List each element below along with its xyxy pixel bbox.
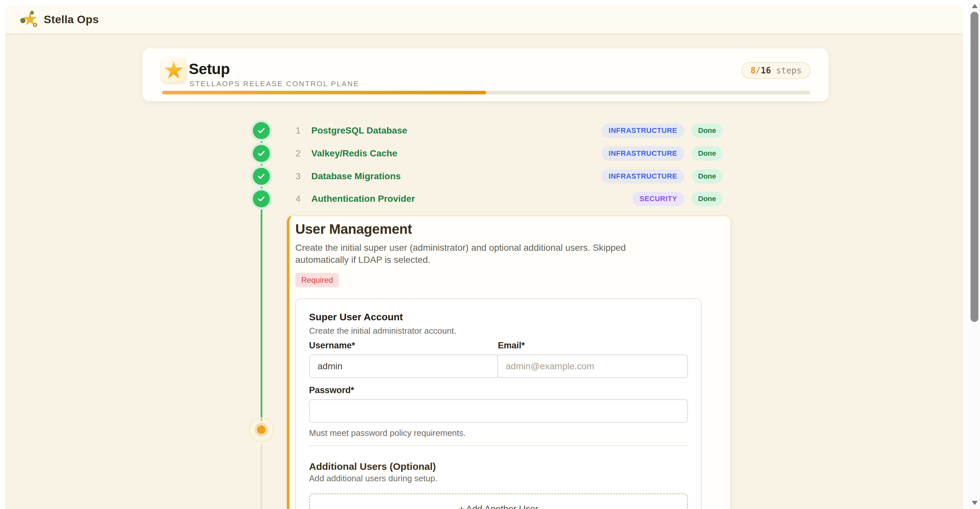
section-title: User Management <box>295 221 718 237</box>
step-row-postgresql[interactable]: 1 PostgreSQL Database INFRASTRUCTURE Don… <box>296 122 722 140</box>
user-management-card: User Management Create the initial super… <box>287 216 731 509</box>
status-badge: Done <box>692 192 722 206</box>
required-badge: Required <box>295 273 339 287</box>
scroll-up-icon[interactable] <box>972 4 978 8</box>
step-number: 3 <box>296 171 303 182</box>
section-description: Create the initial super user (administr… <box>295 242 671 266</box>
app-surface: Stella Ops Setup STELLAOPS RELEASE CONTR… <box>5 5 963 509</box>
add-another-user-button[interactable]: + Add Another User <box>309 493 688 509</box>
progress-bar-track <box>162 91 810 94</box>
step-number: 2 <box>296 149 303 159</box>
step-row-valkey-redis[interactable]: 2 Valkey/Redis Cache INFRASTRUCTURE Done <box>296 144 722 163</box>
step-title: PostgreSQL Database <box>311 125 407 136</box>
page-subtitle: STELLAOPS RELEASE CONTROL PLANE <box>189 80 360 88</box>
step-row-db-migrations[interactable]: 3 Database Migrations INFRASTRUCTURE Don… <box>296 167 722 186</box>
step-badges: SECURITY Done <box>632 192 722 206</box>
email-label: Email* <box>498 341 525 350</box>
step-badges: INFRASTRUCTURE Done <box>601 169 722 184</box>
email-input[interactable] <box>497 355 688 378</box>
page-title: Setup <box>189 60 230 78</box>
step-badges: INFRASTRUCTURE Done <box>601 124 722 138</box>
step-title: Valkey/Redis Cache <box>311 148 397 159</box>
super-user-subheading: Create the initial administrator account… <box>309 326 688 336</box>
step-number: 4 <box>296 194 303 204</box>
step-number: 1 <box>296 126 303 136</box>
gear-icon <box>20 18 25 23</box>
category-badge: INFRASTRUCTURE <box>601 169 684 184</box>
category-badge: INFRASTRUCTURE <box>601 146 684 161</box>
username-label: Username* <box>309 341 498 350</box>
current-step-marker <box>257 425 266 434</box>
super-user-heading: Super User Account <box>309 311 688 323</box>
username-input[interactable] <box>309 355 498 378</box>
progress-fill <box>162 91 486 94</box>
password-label: Password* <box>309 385 688 395</box>
additional-users-subheading: Add additional users during setup. <box>309 473 688 484</box>
step-2-check-icon <box>253 145 270 162</box>
setup-progress-card: Setup STELLAOPS RELEASE CONTROL PLANE 8/… <box>142 48 829 101</box>
magnifier-icon <box>33 23 37 27</box>
field-labels-row: Username* Email* <box>309 341 688 350</box>
app-header: Stella Ops <box>5 5 963 33</box>
star-icon <box>164 61 184 80</box>
step-3-check-icon <box>253 168 270 185</box>
section-divider <box>309 446 688 446</box>
stella-ops-logo-icon <box>20 11 37 28</box>
password-help-text: Must meet password policy requirements. <box>309 428 688 438</box>
additional-users-heading: Additional Users (Optional) <box>309 461 688 472</box>
step-title: Database Migrations <box>311 171 401 182</box>
steps-separator: / <box>756 66 761 75</box>
steps-suffix: steps <box>771 66 802 75</box>
status-badge: Done <box>692 146 722 161</box>
step-row-auth-provider[interactable]: 4 Authentication Provider SECURITY Done <box>296 190 722 208</box>
step-1-check-icon <box>253 122 270 139</box>
username-email-row <box>309 355 688 378</box>
timeline-line-upcoming <box>261 444 262 509</box>
brand-name: Stella Ops <box>44 13 99 26</box>
scroll-down-icon[interactable] <box>972 501 978 505</box>
vertical-scrollbar[interactable] <box>969 0 980 509</box>
scrollbar-thumb[interactable] <box>970 12 978 322</box>
step-4-check-icon <box>253 190 270 207</box>
steps-done-count: 8 <box>750 66 756 75</box>
steps-counter-badge: 8/16 steps <box>741 62 811 79</box>
category-badge: INFRASTRUCTURE <box>601 124 684 138</box>
status-badge: Done <box>692 169 722 184</box>
step-title: Authentication Provider <box>311 193 415 204</box>
step-badges: INFRASTRUCTURE Done <box>601 146 722 161</box>
status-badge: Done <box>692 124 722 138</box>
super-user-account-card: Super User Account Create the initial ad… <box>295 298 702 509</box>
category-badge: SECURITY <box>632 192 684 206</box>
setup-star-icon <box>161 58 186 83</box>
password-input[interactable] <box>309 399 688 423</box>
steps-total-count: 16 <box>761 66 771 75</box>
